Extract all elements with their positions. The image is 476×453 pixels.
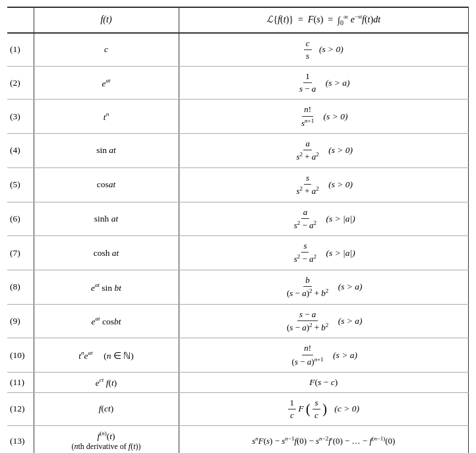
row-Fs-12: 1 c F ( s c ) (c > 0) [179,392,469,425]
row-Fs-1: c s (s > 0) [179,33,469,67]
laplace-transform-table: f(t) ℒ{f(t)} = F(s) = ∫0∞ e−stf(t)dt (1) [7,7,469,453]
row-num-13: (13) [7,425,34,453]
table-row: (2) eat 1 s − a (s > a) [7,67,469,100]
row-num-2: (2) [7,67,34,100]
row-num-11: (11) [7,373,34,393]
row-ft-12: f(ct) [34,392,179,425]
row-ft-11: ect f(t) [34,373,179,393]
row-ft-3: tn [34,100,179,134]
table-row: (8) eat sin bt b (s − a)2 + b2 (s > a) [7,270,469,304]
table-row: (4) sin at a s2 + a2 (s > 0) [7,134,469,168]
row-ft-9: eat cosbt [34,304,179,338]
table-row: (9) eat cosbt s − a (s − a)2 + b2 (s > a… [7,304,469,338]
table-row: (10) tneat (n ∈ ℕ) n! (s − a)n+1 (s > a) [7,338,469,373]
row-ft-10: tneat (n ∈ ℕ) [34,338,179,373]
table-row: (13) f(n)(t) (nth derivative of f(t)) sn… [7,425,469,453]
table-row: (11) ect f(t) F(s − c) [7,373,469,393]
table-row: (3) tn n! sn+1 (s > 0) [7,100,469,134]
row-num-9: (9) [7,304,34,338]
header-ft: f(t) [34,7,179,33]
row-Fs-11: F(s − c) [179,373,469,393]
row-ft-4: sin at [34,134,179,168]
table-row: (12) f(ct) 1 c F ( s c ) (c > 0) [7,392,469,425]
header-empty [7,7,34,33]
row-Fs-6: a s2 − a2 (s > |a|) [179,202,469,236]
row-Fs-4: a s2 + a2 (s > 0) [179,134,469,168]
row-num-7: (7) [7,236,34,270]
row-num-8: (8) [7,270,34,304]
table-row: (6) sinh at a s2 − a2 (s > |a|) [7,202,469,236]
row-ft-5: cosat [34,167,179,202]
row-num-4: (4) [7,134,34,168]
row-Fs-3: n! sn+1 (s > 0) [179,100,469,134]
Fs-header-label: ℒ{f(t)} = F(s) = ∫0∞ e−stf(t)dt [266,15,380,24]
row-ft-13: f(n)(t) (nth derivative of f(t)) [34,425,179,453]
row-num-10: (10) [7,338,34,373]
ft-header-label: f(t) [100,15,111,24]
table-row: (7) cosh at s s2 − a2 (s > |a|) [7,236,469,270]
row-ft-6: sinh at [34,202,179,236]
row-Fs-10: n! (s − a)n+1 (s > a) [179,338,469,373]
row-num-6: (6) [7,202,34,236]
row-Fs-7: s s2 − a2 (s > |a|) [179,236,469,270]
table-header: f(t) ℒ{f(t)} = F(s) = ∫0∞ e−stf(t)dt [7,7,469,33]
table-row: (5) cosat s s2 + a2 (s > 0) [7,167,469,202]
row-num-3: (3) [7,100,34,134]
row-num-1: (1) [7,33,34,67]
table-row: (1) c c s (s > 0) [7,33,469,67]
row-Fs-13: snF(s) − sn−1f(0) − sn−2f′(0) − … − f(n−… [179,425,469,453]
header-Fs: ℒ{f(t)} = F(s) = ∫0∞ e−stf(t)dt [179,7,469,33]
row-Fs-9: s − a (s − a)2 + b2 (s > a) [179,304,469,338]
row-Fs-2: 1 s − a (s > a) [179,67,469,100]
row-Fs-8: b (s − a)2 + b2 (s > a) [179,270,469,304]
row-Fs-5: s s2 + a2 (s > 0) [179,167,469,202]
row-ft-2: eat [34,67,179,100]
row-num-5: (5) [7,167,34,202]
row-num-12: (12) [7,392,34,425]
row-ft-8: eat sin bt [34,270,179,304]
row-ft-7: cosh at [34,236,179,270]
row-ft-1: c [34,33,179,67]
